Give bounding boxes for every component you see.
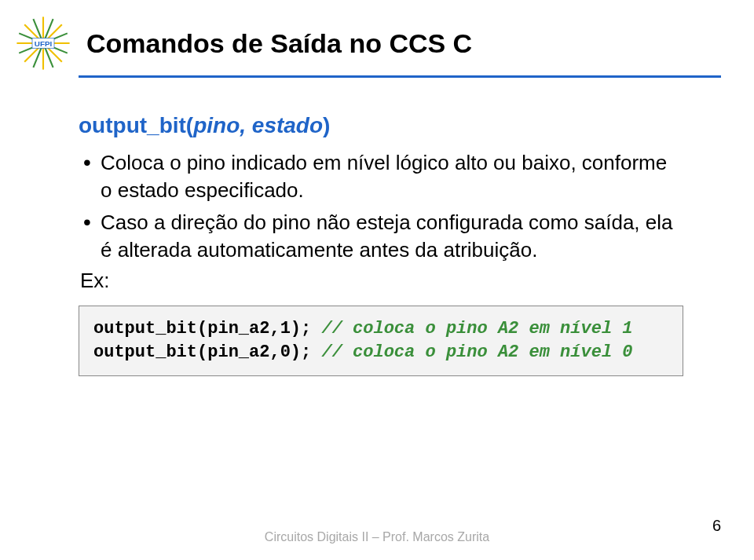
- code-text: output_bit(pin_a2,1);: [93, 319, 321, 339]
- slide-header: UFPI Comandos de Saída no CCS C: [0, 0, 754, 71]
- function-name-part: output_bit(: [79, 113, 193, 137]
- function-signature: output_bit(pino, estado): [79, 113, 683, 138]
- bullet-item: Coloca o pino indicado em nível lógico a…: [79, 149, 683, 204]
- bullet-list: Coloca o pino indicado em nível lógico a…: [79, 149, 683, 264]
- page-number: 6: [712, 517, 721, 535]
- bullet-item: Caso a direção do pino não esteja config…: [79, 209, 683, 264]
- slide-footer: Circuitos Digitais II – Prof. Marcos Zur…: [0, 530, 754, 544]
- slide-content: output_bit(pino, estado) Coloca o pino i…: [0, 78, 754, 376]
- code-text: output_bit(pin_a2,0);: [93, 342, 321, 362]
- function-close-paren: ): [323, 113, 330, 137]
- slide-title: Comandos de Saída no CCS C: [86, 28, 754, 59]
- code-example-box: output_bit(pin_a2,1); // coloca o pino A…: [79, 306, 683, 375]
- code-comment: // coloca o pino A2 em nível 1: [321, 319, 632, 339]
- code-line: output_bit(pin_a2,1); // coloca o pino A…: [93, 317, 668, 341]
- code-comment: // coloca o pino A2 em nível 0: [321, 342, 632, 362]
- example-label: Ex:: [80, 269, 683, 293]
- svg-text:UFPI: UFPI: [35, 39, 53, 48]
- function-args: pino, estado: [193, 113, 323, 137]
- ufpi-logo: UFPI: [16, 16, 71, 71]
- code-line: output_bit(pin_a2,0); // coloca o pino A…: [93, 341, 668, 364]
- title-wrap: Comandos de Saída no CCS C: [79, 28, 754, 59]
